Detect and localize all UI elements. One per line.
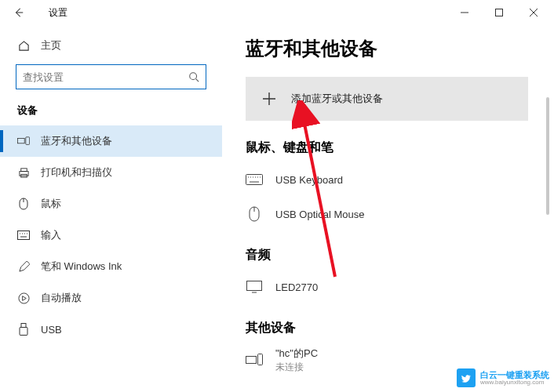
- svg-rect-12: [246, 175, 263, 185]
- home-nav[interactable]: 主页: [0, 31, 222, 60]
- nav-label: 鼠标: [41, 197, 61, 211]
- group-title-other: 其他设备: [246, 320, 538, 336]
- nav-label: 自动播放: [41, 291, 82, 305]
- section-title: 设备: [0, 99, 222, 125]
- devices-icon: [17, 136, 30, 147]
- close-icon: [530, 9, 538, 16]
- svg-rect-11: [20, 328, 27, 336]
- minimize-icon: [461, 9, 468, 16]
- device-label: USB Keyboard: [275, 174, 343, 186]
- autoplay-icon: [17, 292, 30, 304]
- plus-icon: [258, 88, 280, 110]
- add-device-label: 添加蓝牙或其他设备: [291, 92, 383, 106]
- svg-point-9: [18, 292, 28, 303]
- device-label: USB Optical Mouse: [275, 209, 364, 220]
- nav-label: USB: [41, 324, 62, 336]
- add-device-button[interactable]: 添加蓝牙或其他设备: [246, 77, 528, 121]
- svg-rect-8: [18, 231, 30, 240]
- group-title-audio: 音频: [246, 247, 538, 263]
- svg-rect-15: [246, 357, 257, 364]
- nav-label: 笔和 Windows Ink: [41, 260, 122, 274]
- mouse-device-icon: [246, 206, 263, 222]
- svg-rect-16: [258, 354, 263, 365]
- svg-point-1: [190, 73, 197, 80]
- nav-label: 蓝牙和其他设备: [41, 134, 112, 148]
- nav-label: 打印机和扫描仪: [41, 165, 112, 180]
- device-row[interactable]: USB Keyboard: [246, 162, 538, 197]
- close-button[interactable]: [516, 0, 551, 25]
- arrow-left-icon: [13, 7, 24, 18]
- svg-rect-3: [26, 137, 30, 145]
- page-title: 蓝牙和其他设备: [246, 36, 538, 61]
- usb-icon: [17, 323, 30, 336]
- content-area: 蓝牙和其他设备 添加蓝牙或其他设备 鼠标、键盘和笔 USB Keyboard U…: [222, 25, 554, 392]
- scrollbar[interactable]: [546, 97, 549, 215]
- home-label: 主页: [41, 38, 61, 53]
- maximize-icon: [495, 9, 503, 16]
- nav-autoplay[interactable]: 自动播放: [0, 282, 222, 314]
- search-box[interactable]: [16, 64, 206, 89]
- pc-device-icon: [246, 354, 263, 366]
- search-input[interactable]: [23, 71, 188, 83]
- titlebar: 设置: [0, 0, 554, 25]
- back-button[interactable]: [3, 0, 35, 25]
- svg-rect-14: [247, 281, 262, 291]
- monitor-device-icon: [246, 281, 263, 293]
- watermark-logo-icon: [457, 368, 476, 387]
- watermark-text: 白云一键重装系统: [480, 371, 549, 379]
- nav-bluetooth[interactable]: 蓝牙和其他设备: [0, 125, 222, 157]
- svg-rect-0: [496, 9, 503, 16]
- keyboard-icon: [17, 230, 30, 240]
- maximize-button[interactable]: [482, 0, 516, 25]
- svg-rect-10: [21, 324, 26, 328]
- nav-mouse[interactable]: 鼠标: [0, 188, 222, 220]
- device-label: LED2770: [275, 281, 318, 293]
- printer-icon: [17, 167, 30, 179]
- nav-pen[interactable]: 笔和 Windows Ink: [0, 251, 222, 282]
- minimize-button[interactable]: [447, 0, 482, 25]
- nav-typing[interactable]: 输入: [0, 220, 222, 251]
- svg-rect-5: [20, 168, 27, 171]
- mouse-icon: [17, 198, 30, 210]
- svg-rect-2: [17, 138, 24, 143]
- device-label: "hc"的PC: [275, 347, 318, 361]
- device-row[interactable]: LED2770: [246, 270, 538, 304]
- device-status: 未连接: [275, 361, 318, 374]
- group-title-input: 鼠标、键盘和笔: [246, 140, 538, 156]
- device-row[interactable]: USB Optical Mouse: [246, 197, 538, 231]
- search-icon: [188, 71, 199, 82]
- pen-icon: [17, 261, 30, 273]
- sidebar: 主页 设备 蓝牙和其他设备 打印机和扫描仪: [0, 25, 222, 392]
- keyboard-device-icon: [246, 174, 263, 185]
- nav-label: 输入: [41, 228, 61, 242]
- nav-usb[interactable]: USB: [0, 314, 222, 345]
- watermark-url: www.baiyunxitong.com: [480, 379, 549, 386]
- home-icon: [17, 40, 30, 52]
- watermark: 白云一键重装系统 www.baiyunxitong.com: [457, 368, 549, 387]
- nav-printers[interactable]: 打印机和扫描仪: [0, 157, 222, 188]
- window-title: 设置: [49, 6, 67, 20]
